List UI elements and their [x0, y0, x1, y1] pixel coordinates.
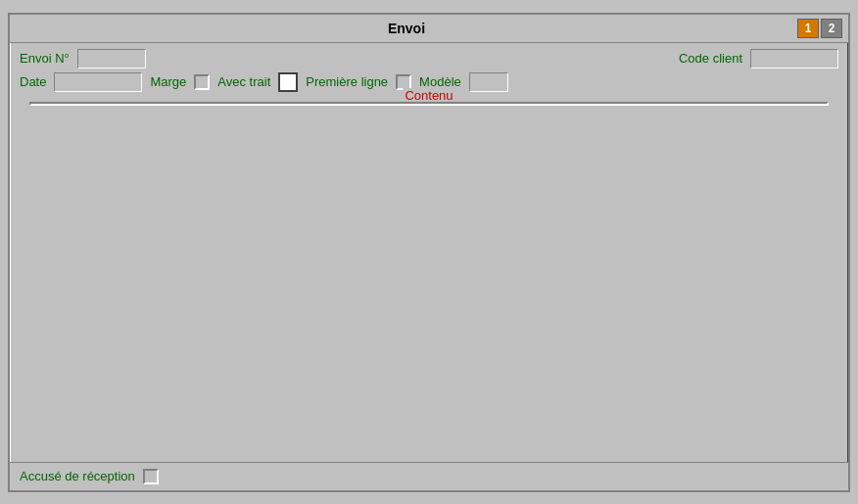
marge-checkbox[interactable]: [194, 74, 210, 90]
btn-2[interactable]: 2: [821, 19, 842, 38]
form-row-1: Envoi N° Code client: [20, 49, 838, 69]
avec-trait-label: Avec trait: [217, 74, 270, 89]
modele-input[interactable]: [469, 72, 508, 92]
accuse-label: Accusé de réception: [20, 469, 135, 483]
title-buttons: 1 2: [797, 19, 842, 38]
accuse-checkbox[interactable]: [143, 469, 159, 484]
contenu-label: Contenu: [403, 88, 454, 103]
marge-label: Marge: [150, 74, 186, 89]
premiere-ligne-label: Première ligne: [306, 74, 388, 89]
bottom-bar: Accusé de réception: [10, 462, 848, 490]
date-input[interactable]: [54, 72, 142, 92]
avec-trait-checkbox[interactable]: [278, 72, 298, 92]
btn-1[interactable]: 1: [797, 19, 819, 38]
envoi-label: Envoi N°: [20, 51, 70, 66]
main-window: Envoi 1 2 Envoi N° Code client Date Marg…: [8, 13, 850, 492]
content-area: [29, 102, 829, 106]
code-client-label: Code client: [679, 51, 742, 66]
window-title: Envoi: [16, 21, 797, 36]
envoi-input[interactable]: [77, 49, 146, 69]
title-bar: Envoi 1 2: [10, 15, 848, 43]
content-container: Contenu: [20, 98, 838, 462]
code-client-input[interactable]: [750, 49, 838, 69]
date-label: Date: [20, 74, 46, 89]
